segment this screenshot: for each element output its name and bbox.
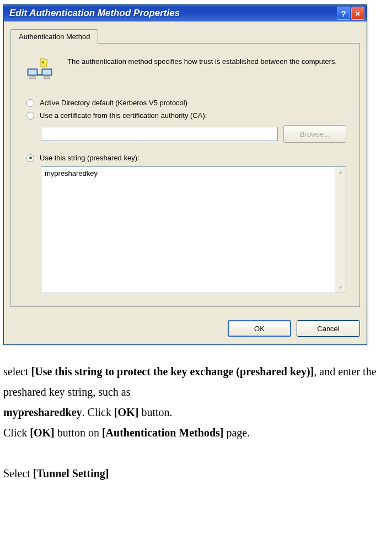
close-button[interactable]: × — [351, 7, 364, 20]
security-network-icon — [24, 57, 55, 82]
browse-label: Browse... — [300, 130, 330, 138]
certificate-row: Browse... — [41, 125, 346, 143]
document-text: select [Use this string to protect the k… — [0, 345, 392, 495]
ok-button[interactable]: OK — [228, 320, 291, 337]
cancel-label: Cancel — [317, 325, 339, 333]
radio-certificate[interactable]: Use a certificate from this certificatio… — [26, 111, 346, 120]
intro-section: The authentication method specifies how … — [24, 57, 346, 82]
svg-rect-2 — [29, 70, 36, 74]
scroll-up-icon[interactable] — [335, 167, 346, 177]
window-title: Edit Authentication Method Properties — [9, 8, 180, 19]
help-icon: ? — [341, 9, 346, 18]
close-icon: × — [356, 9, 361, 18]
radio-icon[interactable] — [26, 154, 34, 162]
certificate-field[interactable] — [41, 127, 278, 141]
doc-paragraph — [3, 443, 388, 463]
tab-content: The authentication method specifies how … — [10, 43, 360, 307]
svg-rect-6 — [44, 77, 50, 79]
svg-rect-5 — [43, 70, 51, 74]
svg-rect-3 — [30, 77, 35, 79]
svg-point-0 — [42, 61, 45, 64]
dialog-window: Edit Authentication Method Properties ? … — [3, 4, 367, 345]
scrollbar-track[interactable] — [335, 177, 346, 283]
scroll-down-icon[interactable] — [335, 283, 346, 293]
button-bar: OK Cancel — [4, 314, 367, 344]
textarea-content[interactable]: mypresharedkey — [41, 167, 335, 293]
help-button[interactable]: ? — [337, 7, 350, 20]
preshared-key-textarea[interactable]: mypresharedkey — [41, 166, 346, 293]
radio-label-preshared: Use this string (preshared key): — [40, 154, 139, 162]
radio-icon[interactable] — [26, 99, 34, 107]
doc-paragraph: Click [OK] button on [Authentication Met… — [3, 423, 388, 443]
radio-preshared[interactable]: Use this string (preshared key): — [26, 154, 346, 162]
tab-authentication-method[interactable]: Authentication Method — [10, 29, 98, 44]
vertical-scrollbar[interactable] — [335, 167, 346, 293]
radio-kerberos[interactable]: Active Directory default (Kerberos V5 pr… — [26, 99, 346, 107]
tab-label: Authentication Method — [19, 33, 90, 41]
browse-button: Browse... — [283, 125, 346, 143]
tab-strip: Authentication Method — [10, 29, 360, 44]
doc-paragraph: mypresharedkey. Click [OK] button. — [3, 402, 388, 423]
dialog-body: Authentication Method The authentication… — [4, 21, 367, 314]
tab-divider — [98, 43, 360, 44]
doc-paragraph: select [Use this string to protect the k… — [3, 362, 388, 402]
radio-label-kerberos: Active Directory default (Kerberos V5 pr… — [40, 99, 187, 107]
doc-paragraph: Select [Tunnel Setting] — [3, 463, 388, 484]
ok-label: OK — [254, 325, 265, 333]
window-controls: ? × — [337, 7, 364, 20]
cancel-button[interactable]: Cancel — [297, 320, 360, 337]
radio-label-certificate: Use a certificate from this certificatio… — [40, 111, 207, 120]
titlebar[interactable]: Edit Authentication Method Properties ? … — [4, 5, 367, 21]
intro-text: The authentication method specifies how … — [67, 57, 337, 67]
radio-icon[interactable] — [26, 112, 34, 120]
